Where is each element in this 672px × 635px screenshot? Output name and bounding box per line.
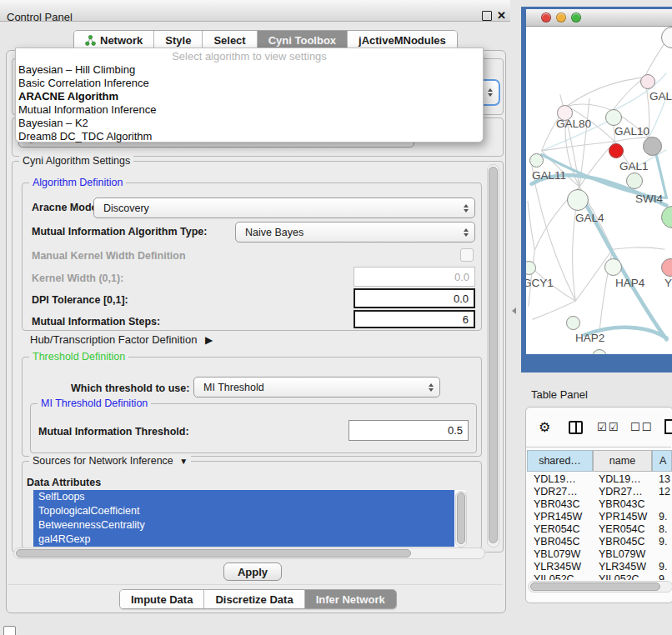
settings-horizontal-scrollbar[interactable]: [13, 548, 485, 559]
table-row[interactable]: YBR043C YBR043C: [527, 498, 672, 511]
data-attributes-label: Data Attributes: [27, 477, 101, 488]
combo-stepper-icon: [464, 204, 469, 212]
scrollbar-thumb[interactable]: [457, 492, 465, 544]
gear-icon[interactable]: ⚙: [539, 419, 550, 435]
node-label: GAL: [649, 90, 672, 102]
tab-jactivemnodules[interactable]: jActiveMNodules: [348, 31, 457, 49]
tab-impute-data[interactable]: Impute Data: [120, 590, 204, 608]
list-item[interactable]: SelfLoops: [33, 490, 454, 504]
table-row[interactable]: YIL052C YIL052C 9: [527, 573, 672, 580]
corner-widget-icon[interactable]: [3, 626, 16, 635]
list-item[interactable]: BetweennessCentrality: [33, 518, 454, 532]
node-label: HAP4: [615, 277, 644, 289]
combo-stepper-icon: [464, 228, 469, 237]
tab-style[interactable]: Style: [154, 31, 203, 49]
cell-shared-name: YLR345W: [534, 561, 581, 572]
network-node[interactable]: [529, 153, 544, 168]
scrollbar-thumb[interactable]: [489, 167, 498, 543]
dropdown-placeholder: Select algorithm to view settings: [16, 48, 483, 63]
mi-type-combo[interactable]: Naive Bayes: [235, 222, 475, 242]
export-table-icon[interactable]: [664, 419, 672, 434]
network-node[interactable]: [566, 316, 580, 330]
apply-button-label: Apply: [238, 566, 268, 578]
sources-title[interactable]: Sources for Network Inference ▼: [29, 455, 191, 467]
dropdown-item[interactable]: Mutual Information Inference: [16, 103, 483, 117]
which-threshold-value: MI Threshold: [203, 382, 264, 393]
hub-definition-toggle[interactable]: Hub/Transcription Factor Definition ▶: [30, 333, 213, 346]
network-canvas[interactable]: GAL GAL80 GAL10 GAL1 GAL11 SWI4 GAL4 GCY…: [526, 27, 672, 354]
dropdown-item[interactable]: Bayesian – Hill Climbing: [16, 63, 483, 77]
cell-shared-name: YDL19…: [534, 473, 576, 485]
apply-button[interactable]: Apply: [223, 562, 282, 581]
list-vertical-scrollbar[interactable]: [455, 491, 467, 548]
manual-kernel-label: Manual Kernel Width Definition: [32, 250, 186, 262]
tab-select[interactable]: Select: [203, 31, 257, 49]
dropdown-item-selected[interactable]: ARACNE Algorithm: [16, 90, 483, 103]
scrollbar-thumb[interactable]: [530, 582, 660, 591]
table-rows: YDL19… YDL19… 13 YDR27… YDR27… 12 YBR043…: [527, 473, 672, 580]
network-node[interactable]: [605, 109, 622, 126]
tab-network[interactable]: Network: [74, 31, 154, 49]
tab-discretize-data-label: Discretize Data: [215, 593, 293, 606]
split-pane-handle-icon[interactable]: [512, 308, 516, 314]
close-icon[interactable]: ✕: [497, 9, 506, 22]
table-row[interactable]: YPR145W YPR145W 9.: [527, 511, 672, 523]
tab-cyni-toolbox[interactable]: Cyni Toolbox: [258, 31, 348, 49]
deselect-all-checkboxes-icon[interactable]: ☐☐: [630, 421, 653, 433]
network-node-gray[interactable]: [643, 137, 662, 156]
select-all-checkboxes-icon[interactable]: ☑☑: [597, 421, 619, 433]
dropdown-item[interactable]: Bayesian – K2: [16, 117, 483, 130]
network-node[interactable]: [567, 189, 589, 211]
network-node[interactable]: [626, 172, 643, 189]
table-row[interactable]: YBL079W YBL079W: [527, 548, 672, 561]
scrollbar-thumb[interactable]: [16, 549, 411, 558]
table-row[interactable]: YDR27… YDR27… 12: [527, 486, 672, 498]
columns-icon[interactable]: [569, 421, 583, 434]
cell-shared-name: YBL079W: [534, 548, 580, 560]
cell-shared-name: YIL052C: [534, 573, 574, 580]
zoom-traffic-light-icon[interactable]: [571, 12, 581, 22]
mi-threshold-field[interactable]: 0.5: [349, 420, 469, 441]
kernel-width-field[interactable]: 0.0: [354, 267, 475, 287]
cell-value: 13: [659, 473, 670, 485]
table-row[interactable]: YBR045C YBR045C 9.: [527, 536, 672, 548]
minimize-traffic-light-icon[interactable]: [556, 12, 566, 22]
tab-discretize-data[interactable]: Discretize Data: [204, 590, 304, 608]
cell-name: YIL052C: [599, 573, 639, 580]
manual-kernel-checkbox[interactable]: [460, 248, 474, 262]
table-horizontal-scrollbar[interactable]: [528, 581, 672, 592]
node-label: HAP2: [575, 332, 604, 344]
list-item[interactable]: TopologicalCoefficient: [33, 504, 454, 518]
list-item[interactable]: gal4RGexp: [33, 532, 454, 547]
settings-vertical-scrollbar[interactable]: [487, 164, 499, 548]
node-label: GAL11: [532, 169, 566, 182]
tab-infer-network[interactable]: Infer Network: [305, 590, 396, 608]
cell-value: 9: [659, 573, 664, 580]
float-panel-icon[interactable]: [482, 11, 492, 21]
cell-shared-name: YDR27…: [534, 486, 578, 498]
table-row[interactable]: YER054C YER054C 8.: [527, 523, 672, 536]
mi-steps-field[interactable]: 6: [354, 310, 475, 328]
network-node-selected-red[interactable]: [609, 143, 624, 158]
mi-threshold-group-title: MI Threshold Definition: [38, 398, 151, 409]
aracne-mode-label: Aracne Mode:: [32, 202, 101, 213]
dpi-tolerance-field[interactable]: 0.0: [354, 288, 475, 308]
column-header-name[interactable]: name: [593, 450, 652, 472]
which-threshold-combo[interactable]: MI Threshold: [193, 377, 440, 398]
network-node[interactable]: [604, 258, 622, 276]
dropdown-item[interactable]: Dream8 DC_TDC Algorithm: [16, 130, 483, 143]
table-row[interactable]: YDL19… YDL19… 13: [527, 473, 672, 486]
column-header-shared-name[interactable]: shared…: [527, 450, 593, 472]
cell-value: 9.: [659, 536, 667, 548]
node-label: GCY1: [526, 277, 554, 289]
network-window-titlebar[interactable]: [526, 9, 672, 27]
column-header-partial[interactable]: A: [652, 450, 672, 472]
mi-steps-value: 6: [463, 313, 469, 326]
close-traffic-light-icon[interactable]: [541, 12, 551, 22]
table-row[interactable]: YLR345W YLR345W 9.: [527, 561, 672, 573]
data-attributes-list: SelfLoops TopologicalCoefficient Between…: [33, 490, 465, 547]
cell-value: 9.: [659, 561, 667, 572]
dropdown-item[interactable]: Basic Correlation Inference: [16, 77, 483, 90]
aracne-mode-combo[interactable]: Discovery: [93, 198, 475, 218]
network-node[interactable]: [640, 74, 655, 89]
